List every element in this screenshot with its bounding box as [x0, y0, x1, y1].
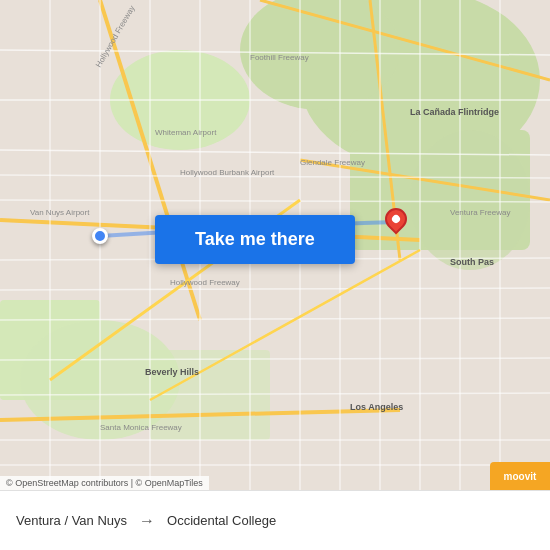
- svg-text:Hollywood Freeway: Hollywood Freeway: [170, 278, 240, 287]
- svg-text:Foothill Freeway: Foothill Freeway: [250, 53, 309, 62]
- svg-text:Whiteman Airport: Whiteman Airport: [155, 128, 217, 137]
- take-me-there-button[interactable]: Take me there: [155, 215, 355, 264]
- svg-text:South Pas: South Pas: [450, 257, 494, 267]
- map-container: Hollywood Freeway Van Nuys Airport White…: [0, 0, 550, 490]
- bottom-bar: Ventura / Van Nuys → Occidental College: [0, 490, 550, 550]
- svg-text:La Cañada Flintridge: La Cañada Flintridge: [410, 107, 499, 117]
- svg-text:Beverly Hills: Beverly Hills: [145, 367, 199, 377]
- moovit-text: moovit: [504, 471, 537, 482]
- origin-marker: [92, 228, 108, 244]
- destination-label: Occidental College: [167, 513, 276, 528]
- route-arrow-icon: →: [139, 512, 155, 530]
- origin-label: Ventura / Van Nuys: [16, 513, 127, 528]
- svg-text:Hollywood Burbank Airport: Hollywood Burbank Airport: [180, 168, 275, 177]
- svg-text:Santa Monica Freeway: Santa Monica Freeway: [100, 423, 182, 432]
- map-attribution: © OpenStreetMap contributors | © OpenMap…: [0, 476, 209, 490]
- svg-point-5: [410, 130, 530, 270]
- moovit-logo: moovit: [490, 462, 550, 490]
- destination-marker: [385, 208, 407, 230]
- svg-text:Van Nuys Airport: Van Nuys Airport: [30, 208, 90, 217]
- svg-text:Ventura Freeway: Ventura Freeway: [450, 208, 510, 217]
- svg-text:Glendale Freeway: Glendale Freeway: [300, 158, 365, 167]
- svg-text:Los Angeles: Los Angeles: [350, 402, 403, 412]
